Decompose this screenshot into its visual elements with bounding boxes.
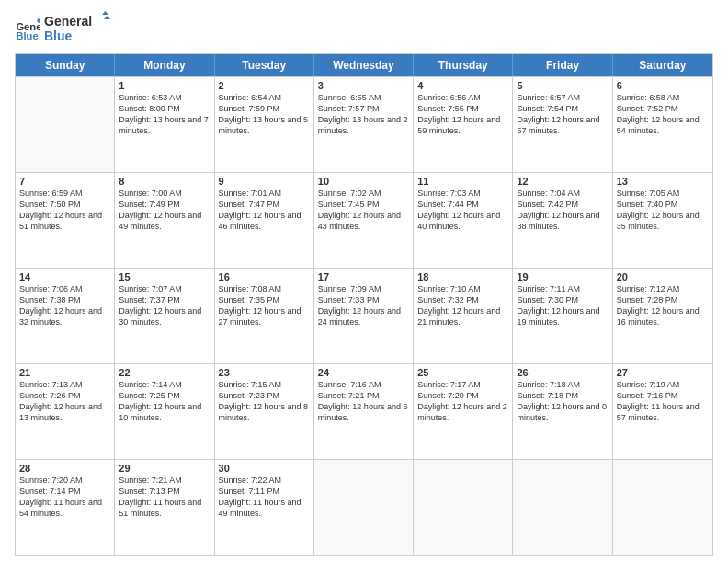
calendar-cell: 2Sunrise: 6:54 AMSunset: 7:59 PMDaylight… — [215, 77, 314, 172]
calendar-row: 21Sunrise: 7:13 AMSunset: 7:26 PMDayligh… — [16, 363, 712, 459]
day-number: 4 — [417, 80, 508, 91]
day-info: Sunrise: 7:00 AMSunset: 7:49 PMDaylight:… — [119, 188, 210, 233]
day-info: Sunrise: 7:19 AMSunset: 7:16 PMDaylight:… — [617, 379, 709, 424]
day-info: Sunrise: 7:06 AMSunset: 7:38 PMDaylight:… — [19, 283, 110, 328]
day-number: 6 — [617, 80, 709, 91]
header-day-sunday: Sunday — [16, 54, 115, 76]
calendar-cell: 15Sunrise: 7:07 AMSunset: 7:37 PMDayligh… — [115, 269, 214, 363]
day-number: 12 — [517, 176, 608, 187]
svg-text:Blue: Blue — [16, 30, 38, 41]
day-info: Sunrise: 7:05 AMSunset: 7:40 PMDaylight:… — [617, 188, 709, 233]
calendar-cell: 29Sunrise: 7:21 AMSunset: 7:13 PMDayligh… — [115, 460, 214, 555]
calendar-cell: 27Sunrise: 7:19 AMSunset: 7:16 PMDayligh… — [613, 364, 712, 459]
day-info: Sunrise: 7:10 AMSunset: 7:32 PMDaylight:… — [417, 283, 508, 328]
calendar-cell: 21Sunrise: 7:13 AMSunset: 7:26 PMDayligh… — [16, 364, 115, 459]
day-info: Sunrise: 6:58 AMSunset: 7:52 PMDaylight:… — [617, 92, 709, 137]
header-day-monday: Monday — [115, 54, 214, 76]
calendar-cell: 24Sunrise: 7:16 AMSunset: 7:21 PMDayligh… — [314, 364, 414, 459]
calendar-cell: 13Sunrise: 7:05 AMSunset: 7:40 PMDayligh… — [613, 173, 712, 268]
day-info: Sunrise: 7:04 AMSunset: 7:42 PMDaylight:… — [517, 188, 608, 233]
day-info: Sunrise: 6:55 AMSunset: 7:57 PMDaylight:… — [318, 92, 409, 137]
calendar-cell: 6Sunrise: 6:58 AMSunset: 7:52 PMDaylight… — [613, 77, 712, 172]
day-number: 7 — [19, 176, 110, 187]
day-info: Sunrise: 7:13 AMSunset: 7:26 PMDaylight:… — [19, 379, 110, 424]
calendar-cell: 7Sunrise: 6:59 AMSunset: 7:50 PMDaylight… — [16, 173, 115, 268]
svg-text:Blue: Blue — [44, 29, 73, 43]
calendar-cell: 11Sunrise: 7:03 AMSunset: 7:44 PMDayligh… — [414, 173, 513, 268]
svg-marker-7 — [104, 16, 110, 19]
day-number: 9 — [219, 176, 310, 187]
day-info: Sunrise: 7:02 AMSunset: 7:45 PMDaylight:… — [318, 188, 409, 233]
day-number: 10 — [318, 176, 409, 187]
calendar-cell: 4Sunrise: 6:56 AMSunset: 7:55 PMDaylight… — [414, 77, 513, 172]
calendar-cell: 5Sunrise: 6:57 AMSunset: 7:54 PMDaylight… — [513, 77, 612, 172]
day-number: 17 — [318, 271, 409, 282]
calendar-cell: 12Sunrise: 7:04 AMSunset: 7:42 PMDayligh… — [513, 173, 612, 268]
calendar-cell — [513, 460, 612, 555]
calendar-cell: 3Sunrise: 6:55 AMSunset: 7:57 PMDaylight… — [314, 77, 414, 172]
day-number: 3 — [318, 80, 409, 91]
calendar-row: 28Sunrise: 7:20 AMSunset: 7:14 PMDayligh… — [16, 459, 712, 555]
calendar-cell: 10Sunrise: 7:02 AMSunset: 7:45 PMDayligh… — [314, 173, 414, 268]
day-number: 8 — [119, 176, 210, 187]
calendar-cell: 16Sunrise: 7:08 AMSunset: 7:35 PMDayligh… — [215, 269, 314, 363]
day-number: 14 — [19, 271, 110, 282]
day-number: 19 — [517, 271, 608, 282]
calendar-cell: 20Sunrise: 7:12 AMSunset: 7:28 PMDayligh… — [613, 269, 712, 363]
day-info: Sunrise: 7:22 AMSunset: 7:11 PMDaylight:… — [219, 475, 310, 520]
header-day-thursday: Thursday — [414, 54, 513, 76]
day-number: 22 — [119, 367, 210, 378]
calendar-cell — [16, 77, 115, 172]
day-info: Sunrise: 7:17 AMSunset: 7:20 PMDaylight:… — [417, 379, 508, 424]
page-header: General Blue General Blue — [15, 11, 713, 48]
day-number: 24 — [318, 367, 409, 378]
day-number: 25 — [417, 367, 508, 378]
day-info: Sunrise: 7:08 AMSunset: 7:35 PMDaylight:… — [219, 283, 310, 328]
day-number: 20 — [617, 271, 709, 282]
calendar-row: 1Sunrise: 6:53 AMSunset: 8:00 PMDaylight… — [16, 76, 712, 172]
day-number: 5 — [517, 80, 608, 91]
calendar-cell — [414, 460, 513, 555]
day-info: Sunrise: 6:56 AMSunset: 7:55 PMDaylight:… — [417, 92, 508, 137]
calendar-cell: 30Sunrise: 7:22 AMSunset: 7:11 PMDayligh… — [215, 460, 314, 555]
logo-icon: General Blue — [15, 17, 40, 42]
day-number: 23 — [219, 367, 310, 378]
day-info: Sunrise: 7:07 AMSunset: 7:37 PMDaylight:… — [119, 283, 210, 328]
calendar-body: 1Sunrise: 6:53 AMSunset: 8:00 PMDaylight… — [16, 76, 712, 555]
svg-marker-6 — [102, 11, 108, 15]
calendar-cell: 18Sunrise: 7:10 AMSunset: 7:32 PMDayligh… — [414, 269, 513, 363]
day-info: Sunrise: 7:15 AMSunset: 7:23 PMDaylight:… — [219, 379, 310, 424]
calendar-cell — [314, 460, 414, 555]
calendar-cell: 9Sunrise: 7:01 AMSunset: 7:47 PMDaylight… — [215, 173, 314, 268]
calendar-cell: 23Sunrise: 7:15 AMSunset: 7:23 PMDayligh… — [215, 364, 314, 459]
day-info: Sunrise: 6:59 AMSunset: 7:50 PMDaylight:… — [19, 188, 110, 233]
day-info: Sunrise: 7:11 AMSunset: 7:30 PMDaylight:… — [517, 283, 608, 328]
calendar-cell — [613, 460, 712, 555]
day-info: Sunrise: 7:03 AMSunset: 7:44 PMDaylight:… — [417, 188, 508, 233]
day-info: Sunrise: 6:54 AMSunset: 7:59 PMDaylight:… — [219, 92, 310, 137]
calendar-header: SundayMondayTuesdayWednesdayThursdayFrid… — [16, 54, 712, 76]
day-info: Sunrise: 7:18 AMSunset: 7:18 PMDaylight:… — [517, 379, 608, 424]
calendar-cell: 1Sunrise: 6:53 AMSunset: 8:00 PMDaylight… — [115, 77, 214, 172]
calendar-cell: 26Sunrise: 7:18 AMSunset: 7:18 PMDayligh… — [513, 364, 612, 459]
svg-text:General: General — [44, 14, 92, 29]
calendar-cell: 25Sunrise: 7:17 AMSunset: 7:20 PMDayligh… — [414, 364, 513, 459]
calendar-cell: 14Sunrise: 7:06 AMSunset: 7:38 PMDayligh… — [16, 269, 115, 363]
calendar-cell: 19Sunrise: 7:11 AMSunset: 7:30 PMDayligh… — [513, 269, 612, 363]
header-day-wednesday: Wednesday — [314, 54, 414, 76]
calendar-cell: 8Sunrise: 7:00 AMSunset: 7:49 PMDaylight… — [115, 173, 214, 268]
day-number: 26 — [517, 367, 608, 378]
day-info: Sunrise: 6:53 AMSunset: 8:00 PMDaylight:… — [119, 92, 210, 137]
day-number: 28 — [19, 463, 110, 474]
day-info: Sunrise: 7:20 AMSunset: 7:14 PMDaylight:… — [19, 475, 110, 520]
day-number: 27 — [617, 367, 709, 378]
day-info: Sunrise: 7:16 AMSunset: 7:21 PMDaylight:… — [318, 379, 409, 424]
calendar: SundayMondayTuesdayWednesdayThursdayFrid… — [15, 53, 713, 556]
day-number: 1 — [119, 80, 210, 91]
calendar-cell: 28Sunrise: 7:20 AMSunset: 7:14 PMDayligh… — [16, 460, 115, 555]
calendar-row: 14Sunrise: 7:06 AMSunset: 7:38 PMDayligh… — [16, 268, 712, 363]
day-info: Sunrise: 7:01 AMSunset: 7:47 PMDaylight:… — [219, 188, 310, 233]
day-info: Sunrise: 7:12 AMSunset: 7:28 PMDaylight:… — [617, 283, 709, 328]
calendar-cell: 17Sunrise: 7:09 AMSunset: 7:33 PMDayligh… — [314, 269, 414, 363]
header-day-friday: Friday — [513, 54, 612, 76]
